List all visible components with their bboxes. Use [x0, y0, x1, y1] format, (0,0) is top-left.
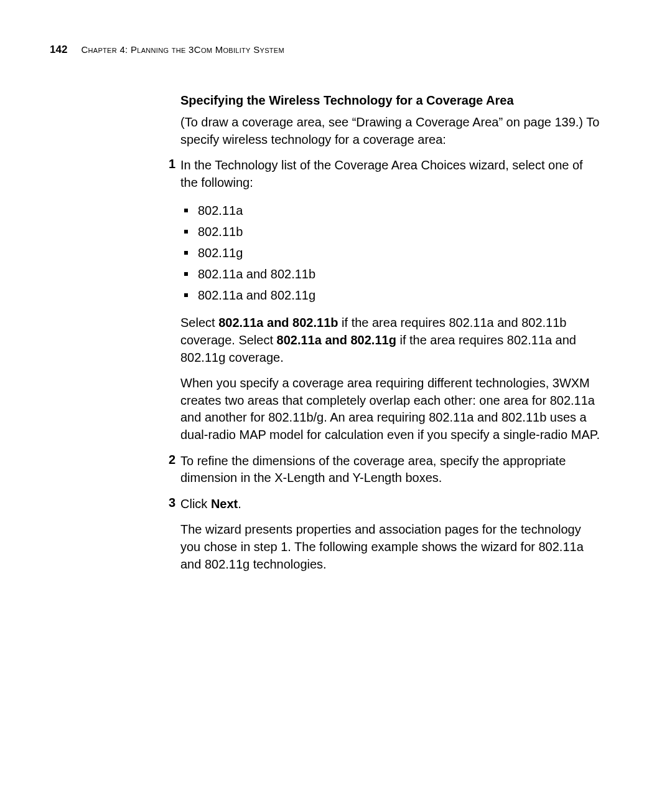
- step: 1In the Technology list of the Coverage …: [180, 157, 604, 191]
- step: 3Click Next.: [180, 496, 604, 513]
- list-item: 802.11g: [180, 242, 604, 263]
- step-body: In the Technology list of the Coverage A…: [180, 157, 604, 191]
- step-number: 3: [163, 496, 175, 510]
- list-item: 802.11a and 802.11b: [180, 263, 604, 285]
- intro-paragraph: (To draw a coverage area, see “Drawing a…: [180, 114, 604, 148]
- paragraph: When you specify a coverage area requiri…: [180, 375, 604, 443]
- list-item: 802.11a: [180, 200, 604, 221]
- list-item: 802.11b: [180, 221, 604, 242]
- step-number: 2: [163, 453, 175, 467]
- list-item: 802.11a and 802.11g: [180, 285, 604, 306]
- step: 2To refine the dimensions of the coverag…: [180, 453, 604, 487]
- bullet-list: 802.11a802.11b802.11g802.11a and 802.11b…: [180, 200, 604, 306]
- paragraph: The wizard presents properties and assoc…: [180, 521, 604, 573]
- step-body: To refine the dimensions of the coverage…: [180, 453, 604, 487]
- step-number: 1: [163, 157, 175, 171]
- step-body: Click Next.: [180, 496, 604, 513]
- page-header: 142 Chapter 4: Planning the 3Com Mobilit…: [50, 44, 604, 56]
- page-number: 142: [50, 44, 67, 56]
- chapter-label: Chapter 4: Planning the 3Com Mobility Sy…: [81, 44, 284, 55]
- section-heading: Specifying the Wireless Technology for a…: [180, 93, 604, 108]
- main-content: Specifying the Wireless Technology for a…: [180, 93, 604, 573]
- paragraph: Select 802.11a and 802.11b if the area r…: [180, 314, 604, 366]
